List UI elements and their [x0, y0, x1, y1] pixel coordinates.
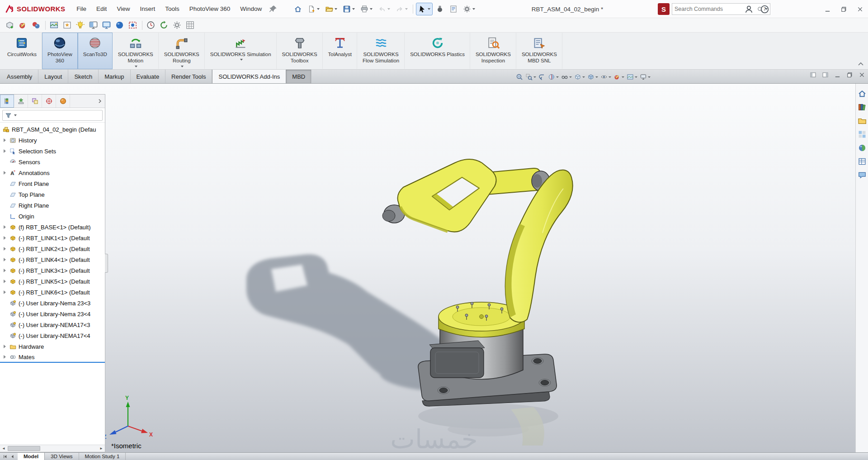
- new-document-button[interactable]: [305, 3, 322, 15]
- menu-file[interactable]: File: [71, 0, 91, 18]
- tree-item-right-plane[interactable]: Right Plane: [0, 200, 105, 211]
- minimize-button[interactable]: [819, 0, 835, 18]
- view-orientation-button[interactable]: [573, 72, 586, 81]
- bottom-tab-motion-study-1[interactable]: Motion Study 1: [79, 453, 126, 460]
- scrollbar-thumb[interactable]: [8, 446, 40, 451]
- scroll-left-arrow[interactable]: ◄: [0, 445, 7, 452]
- bottom-tab-model[interactable]: Model: [18, 453, 45, 460]
- integrated-preview-button[interactable]: [87, 19, 99, 31]
- display-style-button[interactable]: [586, 72, 599, 81]
- expand-arrow-icon[interactable]: [4, 138, 9, 142]
- save-button[interactable]: [340, 3, 357, 15]
- previous-view-button[interactable]: [538, 72, 547, 81]
- addin-solidworks-inspection[interactable]: SOLIDWORKSInspection: [470, 33, 516, 69]
- tree-item-top-plane[interactable]: Top Plane: [0, 189, 105, 200]
- design-library-tab[interactable]: [858, 103, 867, 112]
- zoom-to-fit-button[interactable]: [515, 72, 524, 81]
- menu-edit[interactable]: Edit: [91, 0, 112, 18]
- render-region-button[interactable]: [127, 19, 139, 31]
- addin-photoview-360[interactable]: PhotoView360: [42, 33, 78, 69]
- expand-arrow-icon[interactable]: [4, 225, 9, 229]
- tree-item-rbt-link5-1-default[interactable]: (-) RBT_LINK5<1> (Default: [0, 276, 105, 287]
- edit-appearance-button[interactable]: [613, 72, 625, 81]
- undo-button[interactable]: [376, 3, 392, 15]
- tree-item-selection-sets[interactable]: Selection Sets: [0, 146, 105, 156]
- dock-pane-right-icon[interactable]: [822, 71, 829, 78]
- proof-sheet-button[interactable]: [184, 19, 196, 31]
- tree-item-rbt-asm-04-02-begin-defau[interactable]: RBT_ASM_04_02_begin (Defau: [0, 124, 105, 135]
- tab-solidworks-add-ins[interactable]: SOLIDWORKS Add-Ins: [212, 70, 286, 83]
- final-render-button[interactable]: [113, 19, 126, 31]
- scroll-right-arrow[interactable]: ►: [98, 445, 105, 452]
- nav-prev-icon[interactable]: [10, 454, 15, 459]
- expand-arrow-icon[interactable]: [4, 290, 9, 294]
- copy-appearance-button[interactable]: [30, 19, 42, 31]
- tree-item-user-library-nema17-4[interactable]: (-) User Library-NEMA17<4: [0, 330, 105, 341]
- expand-arrow-icon[interactable]: [4, 269, 9, 272]
- bottom-tab-3d-views[interactable]: 3D Views: [45, 453, 79, 460]
- section-view-button[interactable]: [547, 72, 560, 81]
- spaceball-button[interactable]: [434, 3, 446, 15]
- edit-decal-button[interactable]: [61, 19, 73, 31]
- view-palette-tab[interactable]: [858, 130, 867, 139]
- tab-sketch[interactable]: Sketch: [68, 70, 99, 83]
- menu-photoview-360[interactable]: PhotoView 360: [184, 0, 236, 18]
- doc-minimize-icon[interactable]: [834, 71, 841, 78]
- property-manager-tab[interactable]: [14, 95, 28, 108]
- tree-item-rbt-link1-1-default[interactable]: (-) RBT_LINK1<1> (Default: [0, 232, 105, 243]
- file-properties-button[interactable]: [447, 3, 460, 15]
- restore-button[interactable]: [835, 0, 852, 18]
- zoom-to-area-button[interactable]: [524, 72, 537, 81]
- doc-restore-icon[interactable]: [846, 71, 853, 78]
- expand-arrow-icon[interactable]: [4, 345, 9, 348]
- feature-tree-tab[interactable]: [0, 95, 14, 108]
- select-cursor-button[interactable]: [416, 3, 433, 15]
- addin-solidworks-toolbox[interactable]: SOLIDWORKSToolbox: [277, 33, 323, 69]
- tree-item-rbt-link3-1-default[interactable]: (-) RBT_LINK3<1> (Default: [0, 265, 105, 276]
- tree-item-user-library-nema-23-4[interactable]: (-) User Library-Nema 23<4: [0, 308, 105, 319]
- nav-start-icon[interactable]: [3, 454, 8, 459]
- search-scope-logo[interactable]: S: [658, 3, 670, 15]
- menu-window[interactable]: Window: [235, 0, 267, 18]
- addin-solidworks-routing[interactable]: SOLIDWORKSRouting: [159, 33, 205, 69]
- expand-arrow-icon[interactable]: [4, 247, 9, 251]
- addin-circuitworks[interactable]: CircuitWorks: [2, 33, 42, 69]
- options-gear-button[interactable]: [461, 3, 477, 15]
- close-button[interactable]: [852, 0, 868, 18]
- print-button[interactable]: [358, 3, 375, 15]
- tab-render-tools[interactable]: Render Tools: [165, 70, 212, 83]
- tree-item-f-rbt-base-1-default[interactable]: (f) RBT_BASE<1> (Default): [0, 222, 105, 232]
- configuration-manager-tab[interactable]: [28, 95, 42, 108]
- hide-show-items-button[interactable]: [599, 72, 612, 81]
- tab-mbd[interactable]: MBD: [286, 70, 311, 83]
- tree-item-rbt-link2-1-default[interactable]: (-) RBT_LINK2<1> (Default: [0, 243, 105, 254]
- tab-evaluate[interactable]: Evaluate: [131, 70, 166, 83]
- menu-tools[interactable]: Tools: [160, 0, 184, 18]
- tree-item-user-library-nema17-3[interactable]: (-) User Library-NEMA17<3: [0, 319, 105, 330]
- ribbon-collapse-icon[interactable]: [857, 61, 864, 67]
- redo-button[interactable]: [393, 3, 410, 15]
- new-render-button[interactable]: [4, 19, 16, 31]
- addin-solidworks-simulation[interactable]: SOLIDWORKS Simulation: [205, 33, 277, 69]
- panel-expand-chevron[interactable]: [94, 95, 105, 108]
- graphics-viewport[interactable]: Y X Z *Isometric خمسات: [0, 84, 868, 452]
- tree-item-user-library-nema-23-3[interactable]: (-) User Library-Nema 23<3: [0, 298, 105, 308]
- menu-view[interactable]: View: [112, 0, 135, 18]
- addin-scanto3d[interactable]: ScanTo3D: [78, 33, 113, 69]
- doc-close-icon[interactable]: [859, 71, 865, 78]
- addin-solidworks-motion[interactable]: SOLIDWORKSMotion: [113, 33, 159, 69]
- dynamic-annotation-button[interactable]: [560, 72, 573, 81]
- file-explorer-tab[interactable]: [858, 116, 867, 125]
- tab-assembly[interactable]: Assembly: [1, 70, 38, 83]
- tree-item-hardware[interactable]: Hardware: [0, 341, 105, 352]
- schedule-render-button[interactable]: [145, 19, 157, 31]
- tree-item-rbt-link6-1-default[interactable]: (-) RBT_LINK6<1> (Default: [0, 287, 105, 298]
- expand-arrow-icon[interactable]: [4, 280, 9, 283]
- tree-item-rbt-link4-1-default[interactable]: (-) RBT_LINK4<1> (Default: [0, 254, 105, 265]
- forum-tab[interactable]: [858, 171, 867, 180]
- apply-scene-button[interactable]: [626, 72, 638, 81]
- tree-item-front-plane[interactable]: Front Plane: [0, 178, 105, 189]
- expand-arrow-icon[interactable]: [4, 149, 9, 153]
- expand-arrow-icon[interactable]: [4, 236, 9, 240]
- pin-icon[interactable]: [269, 5, 278, 14]
